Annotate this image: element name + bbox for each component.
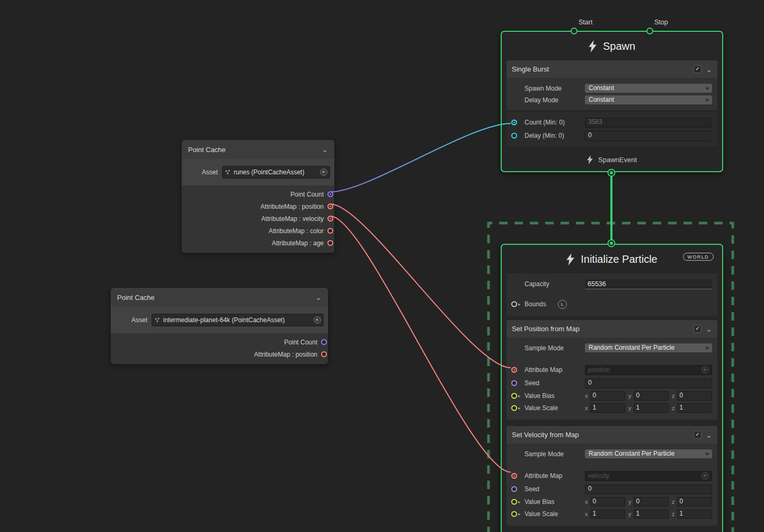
- flow-port-start[interactable]: [571, 28, 578, 34]
- z-field[interactable]: 1: [677, 403, 713, 413]
- flow-port-stop[interactable]: [646, 28, 653, 34]
- chevron-down-icon[interactable]: ⌄: [706, 326, 712, 332]
- count-field[interactable]: 3583: [585, 118, 712, 128]
- initialize-particle-context-node[interactable]: Initialize Particle WORLD Capacity 65536…: [501, 244, 723, 532]
- context-title-bar[interactable]: Initialize Particle WORLD: [502, 245, 722, 273]
- asset-object-field[interactable]: runes (PointCacheAsset): [222, 166, 330, 179]
- capacity-field[interactable]: 65536: [585, 279, 712, 289]
- object-picker-icon[interactable]: [701, 366, 709, 374]
- block-header[interactable]: Single Burst ✓ ⌄: [507, 60, 717, 78]
- row-label: Sample Mode: [525, 344, 585, 352]
- x-field[interactable]: 1: [590, 509, 626, 519]
- foldout-triangle-icon[interactable]: ▸: [518, 511, 521, 517]
- port-attributemap-color[interactable]: [327, 228, 333, 234]
- asset-object-field[interactable]: intermediate-planet-64k (PointCacheAsset…: [152, 314, 324, 326]
- edge-point-count-to-spawn-count[interactable]: [331, 123, 511, 192]
- seed-field[interactable]: 0: [585, 378, 712, 388]
- port-value-bias-input[interactable]: [511, 499, 517, 505]
- attribute-map-field[interactable]: position: [585, 365, 712, 375]
- output-label: AttributeMap : position: [254, 351, 317, 358]
- chevron-down-icon[interactable]: ⌄: [322, 147, 328, 152]
- node-header[interactable]: Point Cache ⌄: [111, 288, 328, 307]
- port-seed-input[interactable]: [511, 380, 517, 386]
- z-field[interactable]: 0: [677, 391, 713, 401]
- output-port-list: Point Count AttributeMap : position Attr…: [182, 185, 334, 253]
- spawn-context-node[interactable]: Spawn Single Burst ✓ ⌄ Spawn Mode Consta…: [501, 31, 723, 172]
- port-count-input[interactable]: [511, 120, 517, 126]
- space-toggle-world[interactable]: WORLD: [683, 253, 714, 261]
- chevron-down-icon[interactable]: ⌄: [706, 432, 712, 438]
- x-field[interactable]: 0: [590, 497, 626, 507]
- flow-input-stop-label: Stop: [654, 19, 668, 26]
- block-header[interactable]: Set Velocity from Map ✓ ⌄: [507, 426, 717, 444]
- output-label: AttributeMap : age: [272, 240, 324, 247]
- delay-mode-dropdown[interactable]: Constant: [585, 95, 712, 104]
- set-position-from-map-block[interactable]: Set Position from Map ✓ ⌄ Sample Mode Ra…: [507, 320, 717, 420]
- y-field[interactable]: 0: [634, 391, 669, 401]
- local-space-icon[interactable]: L: [558, 300, 567, 309]
- axis-z-label: z: [672, 405, 675, 411]
- y-field[interactable]: 1: [634, 403, 669, 413]
- output-label: Point Count: [290, 191, 324, 198]
- point-cache-node-2[interactable]: Point Cache ⌄ Asset intermediate-planet-…: [110, 287, 328, 365]
- port-attributemap-position[interactable]: [327, 203, 333, 209]
- port-attribute-map-input[interactable]: [511, 473, 517, 479]
- chevron-down-icon[interactable]: ⌄: [706, 67, 712, 72]
- port-attributemap-position[interactable]: [321, 351, 327, 357]
- block-enabled-checkbox[interactable]: ✓: [694, 431, 701, 439]
- foldout-triangle-icon[interactable]: ▸: [518, 405, 521, 411]
- foldout-triangle-icon[interactable]: ▸: [518, 302, 521, 307]
- single-burst-block[interactable]: Single Burst ✓ ⌄ Spawn Mode Constant Del…: [507, 60, 717, 146]
- pointcache-asset-icon: [225, 169, 231, 175]
- port-value-scale-input[interactable]: [511, 511, 517, 517]
- row-label: Delay (Min: 0): [525, 132, 585, 139]
- foldout-triangle-icon[interactable]: ▸: [518, 393, 521, 398]
- vector3-fields: x1 y1 z1: [585, 403, 712, 413]
- row-label: Capacity: [525, 280, 585, 288]
- port-point-count[interactable]: [327, 191, 333, 197]
- port-bounds-input[interactable]: [511, 302, 517, 307]
- block-enabled-checkbox[interactable]: ✓: [694, 65, 701, 73]
- chevron-down-icon[interactable]: ⌄: [315, 295, 322, 300]
- block-enabled-checkbox[interactable]: ✓: [694, 325, 701, 333]
- seed-field[interactable]: 0: [585, 484, 712, 494]
- port-point-count[interactable]: [321, 339, 327, 345]
- object-picker-icon[interactable]: [701, 472, 709, 480]
- x-field[interactable]: 0: [590, 391, 626, 401]
- seed-row: Seed 0: [507, 377, 717, 389]
- set-velocity-from-map-block[interactable]: Set Velocity from Map ✓ ⌄ Sample Mode Ra…: [507, 426, 717, 526]
- sample-mode-dropdown[interactable]: Random Constant Per Particle: [585, 343, 712, 352]
- context-title-bar[interactable]: Spawn: [502, 32, 722, 60]
- object-picker-icon[interactable]: [320, 169, 327, 176]
- y-field[interactable]: 0: [634, 497, 669, 507]
- edge-position-map[interactable]: [331, 204, 511, 368]
- z-field[interactable]: 0: [677, 497, 713, 507]
- x-field[interactable]: 1: [590, 403, 626, 413]
- foldout-triangle-icon[interactable]: ▸: [518, 499, 521, 504]
- port-delay-input[interactable]: [511, 133, 517, 139]
- attribute-map-field[interactable]: velocity: [585, 471, 712, 481]
- row-label: Value Bias: [525, 392, 585, 400]
- lightning-icon: [566, 253, 574, 265]
- port-attributemap-age[interactable]: [327, 240, 333, 246]
- point-cache-node-1[interactable]: Point Cache ⌄ Asset runes (PointCacheAss…: [181, 139, 335, 253]
- block-header[interactable]: Set Position from Map ✓ ⌄: [507, 320, 717, 338]
- y-field[interactable]: 1: [634, 509, 669, 519]
- node-title: Point Cache: [188, 146, 226, 154]
- block-settings: Spawn Mode Constant Delay Mode Constant: [507, 78, 717, 110]
- node-header[interactable]: Point Cache ⌄: [182, 140, 334, 159]
- asset-value: runes (PointCacheAsset): [234, 169, 317, 176]
- port-value-scale-input[interactable]: [511, 405, 517, 411]
- flow-output-label: SpawnEvent: [598, 156, 637, 164]
- port-seed-input[interactable]: [511, 486, 517, 492]
- z-field[interactable]: 1: [677, 509, 713, 519]
- delay-field[interactable]: 0: [585, 131, 712, 141]
- port-attributemap-velocity[interactable]: [327, 216, 333, 221]
- sample-mode-dropdown[interactable]: Random Constant Per Particle: [585, 449, 712, 458]
- edge-velocity-map[interactable]: [331, 216, 511, 472]
- port-attribute-map-input[interactable]: [511, 367, 517, 373]
- count-row: Count (Min: 0) 3583: [507, 116, 717, 129]
- object-picker-icon[interactable]: [314, 316, 321, 324]
- spawn-mode-dropdown[interactable]: Constant: [585, 84, 712, 93]
- port-value-bias-input[interactable]: [511, 393, 517, 399]
